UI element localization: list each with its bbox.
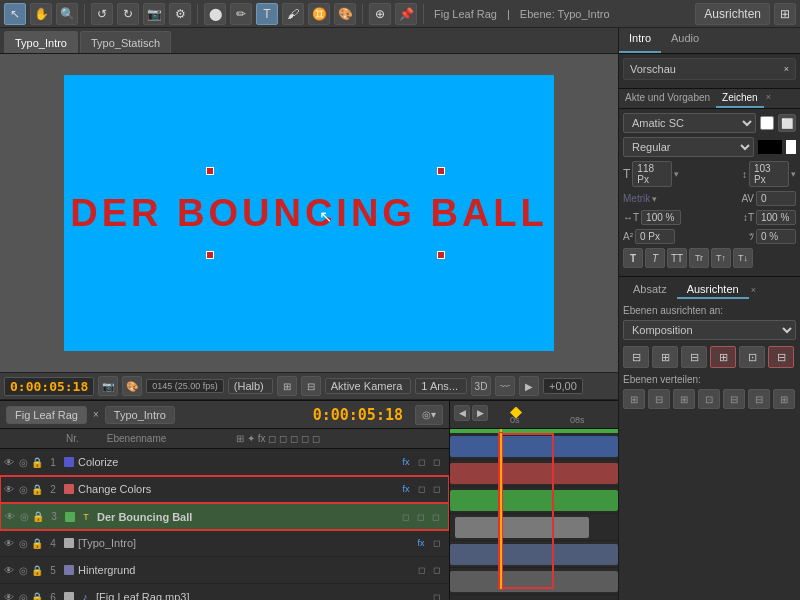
layer-3-solo[interactable]: ◎ <box>17 510 31 524</box>
tab-typo-statisch[interactable]: Typo_Statisch <box>80 31 171 53</box>
layer-3-visibility[interactable]: 👁 <box>3 510 17 524</box>
scroll-right-btn[interactable]: ▶ <box>472 405 488 421</box>
layer-row-3[interactable]: 👁 ◎ 🔒 3 T Der Bouncing Ball ◻ ◻ ◻ <box>0 503 449 530</box>
hand-tool-btn[interactable]: ✋ <box>30 3 52 25</box>
vorschau-header[interactable]: Vorschau × <box>623 58 796 80</box>
redo-btn[interactable]: ↻ <box>117 3 139 25</box>
align-left-btn[interactable]: ⊟ <box>623 346 649 368</box>
l1-s2[interactable]: ◻ <box>429 455 443 469</box>
l3-s3[interactable]: ◻ <box>428 510 442 524</box>
align-center-v-btn[interactable]: ⊡ <box>739 346 765 368</box>
l3-s2[interactable]: ◻ <box>413 510 427 524</box>
quality-dropdown[interactable]: (Halb) <box>228 378 273 394</box>
capture-btn[interactable]: 📷 <box>143 3 165 25</box>
tab-akte[interactable]: Akte und Vorgaben <box>619 89 716 108</box>
l6-s1[interactable]: ◻ <box>429 590 443 600</box>
3d-btn[interactable]: 3D <box>471 376 491 396</box>
handle-bottom-right[interactable] <box>437 251 445 259</box>
verteilen-1[interactable]: ⊞ <box>623 389 645 409</box>
camera-dropdown[interactable]: Aktive Kamera <box>325 378 412 394</box>
motion-btn[interactable]: 〰 <box>495 376 515 396</box>
font-color-swatch[interactable] <box>760 116 774 130</box>
layer-6-visibility[interactable]: 👁 <box>2 590 16 600</box>
layers-tab-figleaf[interactable]: Fig Leaf Rag <box>6 406 87 424</box>
l3-s1[interactable]: ◻ <box>398 510 412 524</box>
pin-btn[interactable]: 📌 <box>395 3 417 25</box>
verteilen-7[interactable]: ⊞ <box>773 389 795 409</box>
l1-fx[interactable]: fx <box>399 455 413 469</box>
ausrichten-select[interactable]: Komposition <box>623 320 796 340</box>
tab-intro[interactable]: Intro <box>619 28 661 53</box>
layer-1-visibility[interactable]: 👁 <box>2 455 16 469</box>
layer-row-6[interactable]: 👁 ◎ 🔒 6 ♪ [Fig Leaf Rag.mp3] ◻ <box>0 584 449 600</box>
layer-row-4[interactable]: 👁 ◎ 🔒 4 [Typo_Intro] fx ◻ <box>0 530 449 557</box>
l4-fx[interactable]: fx <box>414 536 428 550</box>
fmt-super-btn[interactable]: T↑ <box>711 248 731 268</box>
tab-audio[interactable]: Audio <box>661 28 709 53</box>
fmt-allcaps-btn[interactable]: TT <box>667 248 687 268</box>
zoom-tool-btn[interactable]: 🔍 <box>56 3 78 25</box>
tab-absatz[interactable]: Absatz <box>623 281 677 299</box>
clone-tool-btn[interactable]: ♊ <box>308 3 330 25</box>
tab-zeichen[interactable]: Zeichen <box>716 89 764 108</box>
verteilen-4[interactable]: ⊡ <box>698 389 720 409</box>
handle-top-left[interactable] <box>206 167 214 175</box>
baseline-val[interactable]: 0 Px <box>635 229 675 244</box>
ausrichten-btn[interactable]: Ausrichten <box>695 3 770 25</box>
tracking-arrow[interactable]: ▾ <box>652 194 657 204</box>
absatz-close[interactable]: × <box>749 281 758 299</box>
align-bottom-btn[interactable]: ⊟ <box>768 346 794 368</box>
layer-4-lock[interactable]: 🔒 <box>30 536 44 550</box>
scroll-left-btn[interactable]: ◀ <box>454 405 470 421</box>
layer-2-lock[interactable]: 🔒 <box>30 482 44 496</box>
verteilen-5[interactable]: ⊟ <box>723 389 745 409</box>
l2-fx[interactable]: fx <box>399 482 413 496</box>
l2-s1[interactable]: ◻ <box>414 482 428 496</box>
text-tool-btn[interactable]: T <box>256 3 278 25</box>
vorschau-close[interactable]: × <box>784 64 789 74</box>
layer-2-visibility[interactable]: 👁 <box>2 482 16 496</box>
verteilen-2[interactable]: ⊟ <box>648 389 670 409</box>
layer-row-1[interactable]: 👁 ◎ 🔒 1 Colorize fx ◻ ◻ <box>0 449 449 476</box>
fmt-bold-btn[interactable]: T <box>623 248 643 268</box>
layer-5-solo[interactable]: ◎ <box>16 563 30 577</box>
layer-4-visibility[interactable]: 👁 <box>2 536 16 550</box>
l5-s2[interactable]: ◻ <box>429 563 443 577</box>
align-right-btn[interactable]: ⊟ <box>681 346 707 368</box>
font-size-val[interactable]: 118 Px <box>632 161 672 187</box>
font-style-select[interactable]: Regular <box>623 137 754 157</box>
layer-2-solo[interactable]: ◎ <box>16 482 30 496</box>
align-top-btn[interactable]: ⊞ <box>710 346 736 368</box>
scale-v-val[interactable]: 100 % <box>756 210 796 225</box>
render-btn[interactable]: ▶ <box>519 376 539 396</box>
workspace-btn[interactable]: ⊞ <box>774 3 796 25</box>
color-mode-btn[interactable]: 🎨 <box>122 376 142 396</box>
handle-top-right[interactable] <box>437 167 445 175</box>
scale-h-val[interactable]: 100 % <box>641 210 681 225</box>
layer-row-5[interactable]: 👁 ◎ 🔒 5 Hintergrund ◻ ◻ <box>0 557 449 584</box>
fmt-sub-btn[interactable]: T↓ <box>733 248 753 268</box>
layers-tab-typo[interactable]: Typo_Intro <box>105 406 175 424</box>
layer-5-visibility[interactable]: 👁 <box>2 563 16 577</box>
zoom-dropdown[interactable]: 1 Ans... <box>415 378 467 394</box>
tsumi-val[interactable]: 0 % <box>756 229 796 244</box>
verteilen-3[interactable]: ⊞ <box>673 389 695 409</box>
undo-btn[interactable]: ↺ <box>91 3 113 25</box>
layer-1-lock[interactable]: 🔒 <box>30 455 44 469</box>
layer-4-solo[interactable]: ◎ <box>16 536 30 550</box>
layer-6-lock[interactable]: 🔒 <box>30 590 44 600</box>
zeichen-close[interactable]: × <box>764 89 773 108</box>
layer-1-solo[interactable]: ◎ <box>16 455 30 469</box>
view-btn-2[interactable]: ⊟ <box>301 376 321 396</box>
tab-ausrichten[interactable]: Ausrichten <box>677 281 749 299</box>
shape-tool-btn[interactable]: ⬤ <box>204 3 226 25</box>
layer-5-lock[interactable]: 🔒 <box>30 563 44 577</box>
align-center-h-btn[interactable]: ⊞ <box>652 346 678 368</box>
paint-tool-btn[interactable]: 🎨 <box>334 3 356 25</box>
tab-typo-intro[interactable]: Typo_Intro <box>4 31 78 53</box>
layer-row-2[interactable]: 👁 ◎ 🔒 2 Change Colors fx ◻ ◻ <box>0 476 449 503</box>
size-arrow[interactable]: ▾ <box>674 169 679 179</box>
puppet-btn[interactable]: ⊕ <box>369 3 391 25</box>
settings-btn[interactable]: ⚙ <box>169 3 191 25</box>
leading-val[interactable]: 103 Px <box>749 161 789 187</box>
